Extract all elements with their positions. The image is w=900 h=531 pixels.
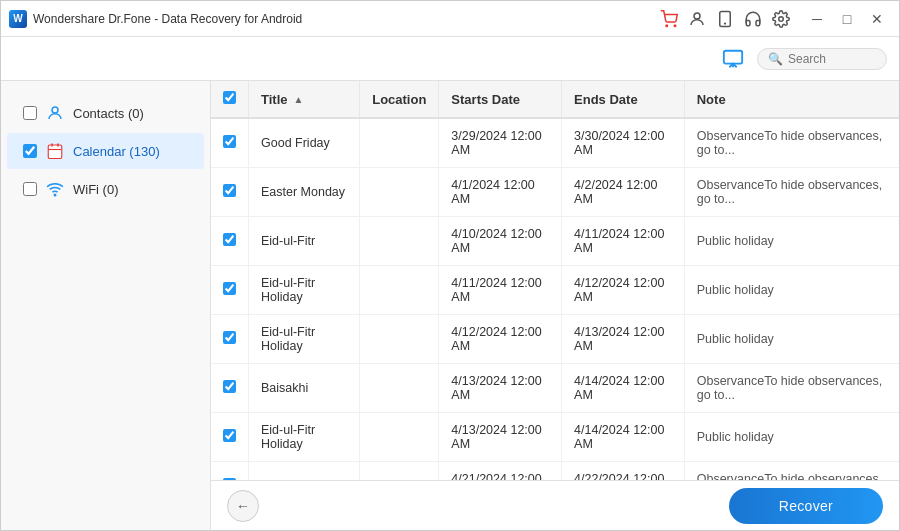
row-title-4: Eid-ul-Fitr Holiday: [249, 315, 360, 364]
svg-point-0: [666, 25, 668, 27]
title-bar: W Wondershare Dr.Fone - Data Recovery fo…: [1, 1, 899, 37]
row-location-1: [360, 168, 439, 217]
row-title-0: Good Friday: [249, 118, 360, 168]
svg-point-8: [52, 107, 58, 113]
app-logo: W: [9, 10, 27, 28]
svg-rect-9: [48, 145, 62, 159]
row-check-cell[interactable]: [211, 315, 249, 364]
row-note-5: ObservanceTo hide observances, go to...: [684, 364, 899, 413]
row-title-3: Eid-ul-Fitr Holiday: [249, 266, 360, 315]
cart-icon[interactable]: [659, 9, 679, 29]
row-location-7: [360, 462, 439, 481]
contacts-checkbox[interactable]: [23, 106, 37, 120]
row-checkbox-2[interactable]: [223, 233, 236, 246]
data-table: Title ▲ Location Starts Date Ends Date N…: [211, 81, 899, 480]
close-button[interactable]: ✕: [863, 5, 891, 33]
calendar-checkbox[interactable]: [23, 144, 37, 158]
row-ends-1: 4/2/2024 12:00 AM: [562, 168, 685, 217]
row-note-6: Public holiday: [684, 413, 899, 462]
bottom-bar: ← Recover: [211, 480, 899, 530]
headset-icon[interactable]: [743, 9, 763, 29]
select-all-checkbox[interactable]: [223, 91, 236, 104]
row-location-0: [360, 118, 439, 168]
table-row: Eid-ul-Fitr Holiday 4/11/2024 12:00 AM 4…: [211, 266, 899, 315]
row-check-cell[interactable]: [211, 413, 249, 462]
user-icon[interactable]: [687, 9, 707, 29]
row-title-7: Ridván: [249, 462, 360, 481]
th-title-label: Title: [261, 92, 288, 107]
table-container[interactable]: Title ▲ Location Starts Date Ends Date N…: [211, 81, 899, 480]
minimize-button[interactable]: ─: [803, 5, 831, 33]
th-title[interactable]: Title ▲: [249, 81, 360, 118]
search-input[interactable]: [788, 52, 878, 66]
table-row: Eid-ul-Fitr Holiday 4/13/2024 12:00 AM 4…: [211, 413, 899, 462]
row-location-4: [360, 315, 439, 364]
row-location-3: [360, 266, 439, 315]
sidebar-item-calendar[interactable]: Calendar (130): [7, 133, 204, 169]
row-starts-2: 4/10/2024 12:00 AM: [439, 217, 562, 266]
row-check-cell[interactable]: [211, 462, 249, 481]
table-header-row: Title ▲ Location Starts Date Ends Date N…: [211, 81, 899, 118]
row-checkbox-4[interactable]: [223, 331, 236, 344]
calendar-label: Calendar (130): [73, 144, 160, 159]
row-ends-4: 4/13/2024 12:00 AM: [562, 315, 685, 364]
maximize-button[interactable]: □: [833, 5, 861, 33]
toolbar: 🔍: [1, 37, 899, 81]
header-check-cell[interactable]: [211, 81, 249, 118]
export-icon[interactable]: [719, 45, 747, 73]
row-check-cell[interactable]: [211, 118, 249, 168]
row-starts-1: 4/1/2024 12:00 AM: [439, 168, 562, 217]
row-starts-3: 4/11/2024 12:00 AM: [439, 266, 562, 315]
svg-point-13: [54, 194, 56, 196]
calendar-icon: [45, 141, 65, 161]
wifi-checkbox[interactable]: [23, 182, 37, 196]
row-ends-7: 4/22/2024 12:00 AM: [562, 462, 685, 481]
table-body: Good Friday 3/29/2024 12:00 AM 3/30/2024…: [211, 118, 899, 480]
sidebar: Contacts (0) Calendar (130) WiFi (0): [1, 81, 211, 530]
row-checkbox-5[interactable]: [223, 380, 236, 393]
row-note-2: Public holiday: [684, 217, 899, 266]
wifi-icon: [45, 179, 65, 199]
search-icon: 🔍: [768, 52, 783, 66]
sidebar-item-contacts[interactable]: Contacts (0): [7, 95, 204, 131]
svg-point-2: [694, 13, 700, 19]
row-starts-6: 4/13/2024 12:00 AM: [439, 413, 562, 462]
th-location: Location: [360, 81, 439, 118]
row-title-2: Eid-ul-Fitr: [249, 217, 360, 266]
th-starts: Starts Date: [439, 81, 562, 118]
row-note-1: ObservanceTo hide observances, go to...: [684, 168, 899, 217]
row-title-5: Baisakhi: [249, 364, 360, 413]
search-box[interactable]: 🔍: [757, 48, 887, 70]
settings-icon[interactable]: [771, 9, 791, 29]
row-note-3: Public holiday: [684, 266, 899, 315]
contacts-icon: [45, 103, 65, 123]
content-area: Title ▲ Location Starts Date Ends Date N…: [211, 81, 899, 530]
sidebar-item-wifi[interactable]: WiFi (0): [7, 171, 204, 207]
row-note-4: Public holiday: [684, 315, 899, 364]
row-check-cell[interactable]: [211, 168, 249, 217]
table-row: Ridván 4/21/2024 12:00 AM 4/22/2024 12:0…: [211, 462, 899, 481]
main-content: Contacts (0) Calendar (130) WiFi (0): [1, 81, 899, 530]
recover-button[interactable]: Recover: [729, 488, 883, 524]
back-icon: ←: [236, 498, 250, 514]
svg-point-1: [674, 25, 676, 27]
contacts-label: Contacts (0): [73, 106, 144, 121]
svg-point-5: [779, 16, 784, 21]
row-checkbox-6[interactable]: [223, 429, 236, 442]
row-checkbox-3[interactable]: [223, 282, 236, 295]
row-starts-4: 4/12/2024 12:00 AM: [439, 315, 562, 364]
back-button[interactable]: ←: [227, 490, 259, 522]
phone-icon[interactable]: [715, 9, 735, 29]
row-starts-7: 4/21/2024 12:00 AM: [439, 462, 562, 481]
row-starts-0: 3/29/2024 12:00 AM: [439, 118, 562, 168]
row-ends-6: 4/14/2024 12:00 AM: [562, 413, 685, 462]
row-check-cell[interactable]: [211, 217, 249, 266]
title-bar-left: W Wondershare Dr.Fone - Data Recovery fo…: [9, 10, 659, 28]
row-check-cell[interactable]: [211, 364, 249, 413]
row-checkbox-1[interactable]: [223, 184, 236, 197]
table-row: Eid-ul-Fitr 4/10/2024 12:00 AM 4/11/2024…: [211, 217, 899, 266]
wifi-label: WiFi (0): [73, 182, 119, 197]
row-check-cell[interactable]: [211, 266, 249, 315]
row-checkbox-0[interactable]: [223, 135, 236, 148]
row-note-0: ObservanceTo hide observances, go to...: [684, 118, 899, 168]
